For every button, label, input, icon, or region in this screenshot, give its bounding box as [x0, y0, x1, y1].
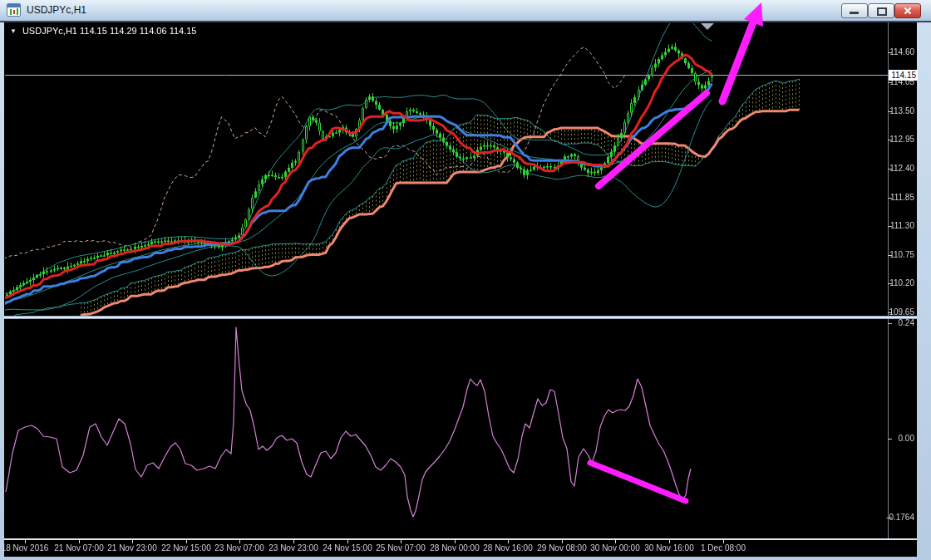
price-label: 112.95 [889, 135, 914, 144]
expander-icon[interactable]: ▼ [10, 27, 17, 35]
time-label: 25 Nov 07:00 [376, 543, 426, 553]
indicator-label: 0.24 [899, 318, 914, 327]
restore-button[interactable] [868, 3, 894, 18]
close-button[interactable] [894, 3, 921, 18]
indicator-label: -0.1764 [886, 513, 914, 522]
time-label: 21 Nov 23:00 [107, 543, 157, 553]
app-icon [7, 3, 21, 17]
price-label: 114.60 [889, 47, 914, 56]
price-label: 110.75 [889, 250, 914, 259]
indicator-label: 0.00 [899, 434, 914, 443]
price-label: 110.20 [889, 278, 914, 287]
time-label: 30 Nov 00:00 [590, 543, 640, 553]
price-label: 113.50 [889, 106, 914, 115]
window-title: USDJPYc,H1 [27, 4, 86, 16]
time-axis[interactable]: 18 Nov 201621 Nov 07:0021 Nov 23:0022 No… [4, 540, 917, 557]
price-label: 112.40 [889, 164, 914, 173]
chart-header: ▼ USDJPYc,H1 114.15 114.29 114.06 114.15 [10, 26, 196, 36]
price-axis[interactable]: 114.60114.05113.50112.95112.40111.85111.… [888, 22, 917, 540]
time-label: 18 Nov 2016 [2, 543, 49, 553]
title-bar[interactable] [0, 0, 931, 21]
price-label: 109.65 [889, 307, 914, 317]
price-label: 111.85 [890, 193, 914, 202]
mt4-chart-window: { "window": { "title": "USDJPYc,H1", "co… [0, 0, 931, 560]
titlebar-divider [0, 21, 931, 22]
time-label: 28 Nov 16:00 [483, 543, 533, 553]
time-label: 1 Dec 08:00 [701, 543, 746, 553]
symbol-ohlc-text: USDJPYc,H1 114.15 114.29 114.06 114.15 [22, 26, 197, 36]
time-label: 29 Nov 08:00 [537, 543, 587, 553]
time-label: 24 Nov 15:00 [323, 543, 372, 553]
current-price-badge: 114.15 [889, 70, 918, 81]
minimize-icon [850, 12, 859, 14]
time-label: 23 Nov 07:00 [214, 543, 264, 553]
panel-splitter[interactable] [4, 316, 917, 319]
restore-icon [877, 7, 887, 16]
time-label: 21 Nov 07:00 [54, 543, 104, 553]
chart-canvas[interactable] [0, 0, 931, 560]
time-label: 23 Nov 23:00 [268, 543, 318, 553]
minimize-button[interactable] [841, 3, 868, 18]
price-label: 111.30 [890, 221, 914, 230]
time-label: 28 Nov 00:00 [430, 543, 480, 553]
time-label: 22 Nov 15:00 [161, 543, 211, 553]
time-label: 30 Nov 16:00 [644, 543, 694, 553]
